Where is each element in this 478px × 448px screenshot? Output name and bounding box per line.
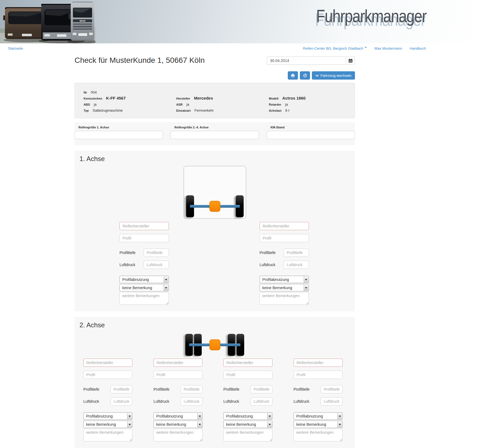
wear-select[interactable]: Profilabnutzung	[153, 412, 203, 420]
pressure-row: Luftdruck	[294, 397, 343, 405]
change-vehicle-button[interactable]: Fahrzeug wechseln	[312, 71, 355, 80]
remarks-textarea[interactable]	[294, 429, 343, 441]
nav-startseite-link[interactable]: Startseite	[8, 46, 23, 50]
tire-profile-input[interactable]	[223, 371, 272, 379]
remark-select-value: keine Bemerkung	[296, 422, 326, 427]
printer-icon	[291, 74, 295, 78]
pressure-input[interactable]	[251, 397, 272, 405]
axle2-diagram	[185, 334, 244, 356]
tire-profile-input[interactable]	[153, 371, 203, 379]
km-input[interactable]	[267, 131, 355, 139]
einsatzart-label: Einsatzart	[176, 109, 191, 112]
pressure-label: Luftdruck	[83, 399, 99, 404]
achslast-label: Achslast	[269, 109, 281, 112]
nav-user-link[interactable]: Max Mustermann	[374, 46, 402, 50]
km-label: KM-Stand	[267, 126, 355, 129]
hersteller-value: Mercedes	[194, 96, 213, 100]
tread-depth-row: Profiltiefe	[153, 385, 203, 393]
wear-select[interactable]: Profilabnutzung	[223, 412, 272, 420]
tire-size-axle2-4-group: Reifengröße 2.-4. Achse	[170, 126, 259, 139]
wear-select-value: Profilabnutzung	[86, 414, 113, 418]
tire-manufacturer-input[interactable]	[223, 359, 272, 367]
vehicle-einsatzart: EinsatzartFernverkehr	[176, 108, 269, 113]
remarks-textarea[interactable]	[223, 429, 272, 441]
axle1-right-tire-form: Profiltiefe Luftdruck Profilabnutzung ke…	[260, 222, 309, 306]
caret-down-icon	[197, 413, 202, 419]
check-date-input[interactable]	[267, 57, 346, 65]
remarks-textarea[interactable]	[120, 292, 169, 305]
change-vehicle-label: Fahrzeug wechseln	[320, 74, 351, 78]
tread-depth-label: Profiltiefe	[223, 387, 239, 391]
pressure-label: Luftdruck	[223, 399, 239, 404]
remark-select[interactable]: keine Bemerkung	[294, 421, 343, 428]
remarks-textarea[interactable]	[260, 292, 309, 305]
nav-tenant-dropdown[interactable]: Reifen-Center BG, Bergisch Gladbach	[303, 46, 367, 50]
axle2-title: 2. Achse	[79, 321, 355, 329]
vehicle-abs: ABSja	[84, 102, 176, 107]
nav-right-group: Reifen-Center BG, Bergisch Gladbach Max …	[303, 46, 426, 50]
tread-depth-label: Profiltiefe	[153, 387, 169, 391]
tread-depth-input[interactable]	[251, 385, 272, 393]
remark-select[interactable]: keine Bemerkung	[153, 421, 203, 428]
tire-profile-input[interactable]	[260, 234, 309, 242]
pressure-input[interactable]	[181, 397, 203, 405]
wear-select[interactable]: Profilabnutzung	[83, 412, 132, 420]
modell-label: Modell	[269, 97, 278, 100]
caret-down-icon	[267, 421, 272, 427]
remark-select[interactable]: keine Bemerkung	[260, 284, 309, 291]
tire-size-axle1-input[interactable]	[75, 131, 163, 139]
wear-select[interactable]: Profilabnutzung	[260, 276, 309, 283]
vehicle-hersteller: HerstellerMercedes	[176, 96, 269, 101]
spacer-cell	[176, 90, 269, 95]
wear-select[interactable]: Profilabnutzung	[294, 412, 343, 420]
tread-depth-input[interactable]	[181, 385, 203, 393]
edit-button[interactable]	[300, 71, 310, 80]
tire-manufacturer-input[interactable]	[260, 222, 309, 230]
remark-select-value: keine Bemerkung	[226, 422, 256, 427]
tire-size-axle1-group: Reifengröße 1. Achse	[75, 126, 163, 139]
page-header: MAN Fuhrparkmanager	[0, 0, 478, 43]
remark-select[interactable]: keine Bemerkung	[83, 421, 132, 428]
remark-select[interactable]: keine Bemerkung	[120, 284, 169, 291]
vehicle-modell: ModellActros 1860	[269, 96, 349, 101]
vehicle-typ: TypSattelzugmaschine	[84, 108, 176, 113]
caret-down-icon	[164, 284, 168, 291]
axle1-forms: Profiltiefe Luftdruck Profilabnutzung ke…	[75, 222, 355, 308]
tire-manufacturer-input[interactable]	[120, 222, 169, 230]
wear-select-value: Profilabnutzung	[156, 414, 183, 418]
tire-manufacturer-input[interactable]	[294, 359, 343, 367]
hersteller-label: Hersteller	[176, 97, 190, 100]
wear-select-value: Profilabnutzung	[226, 414, 253, 418]
caret-down-icon	[337, 413, 342, 419]
tread-depth-input[interactable]	[110, 385, 132, 393]
remarks-textarea[interactable]	[83, 429, 132, 441]
pressure-label: Luftdruck	[294, 399, 309, 404]
tread-depth-input[interactable]	[284, 249, 309, 257]
date-picker-button[interactable]	[346, 57, 355, 65]
tire-profile-input[interactable]	[294, 371, 343, 379]
pressure-input[interactable]	[321, 397, 343, 405]
remark-select[interactable]: keine Bemerkung	[223, 421, 272, 428]
pressure-input[interactable]	[284, 261, 309, 269]
retarder-value: ja	[285, 102, 288, 106]
pressure-input[interactable]	[144, 261, 169, 269]
remarks-textarea[interactable]	[153, 429, 203, 441]
axle2-tire2-form: Profiltiefe Luftdruck Profilabnutzung ke…	[153, 359, 203, 443]
tire-profile-input[interactable]	[120, 234, 169, 242]
chevron-down-icon	[315, 74, 319, 77]
abs-label: ABS	[84, 103, 90, 106]
tread-depth-row: Profiltiefe	[120, 249, 169, 257]
tire-profile-input[interactable]	[83, 371, 132, 379]
pressure-input[interactable]	[110, 397, 132, 405]
tire-manufacturer-input[interactable]	[83, 359, 132, 367]
print-button[interactable]	[288, 71, 298, 80]
caret-down-icon	[127, 421, 132, 427]
tire-size-axle2-4-label: Reifengröße 2.-4. Achse	[170, 126, 259, 129]
nav-handbuch-link[interactable]: Handbuch	[410, 46, 426, 50]
wear-select[interactable]: Profilabnutzung	[120, 276, 169, 283]
tire-size-axle2-4-input[interactable]	[170, 131, 259, 139]
tire-manufacturer-input[interactable]	[153, 359, 203, 367]
tread-depth-input[interactable]	[144, 249, 169, 257]
top-navigation: Startseite Reifen-Center BG, Bergisch Gl…	[0, 43, 478, 53]
tread-depth-input[interactable]	[321, 385, 343, 393]
